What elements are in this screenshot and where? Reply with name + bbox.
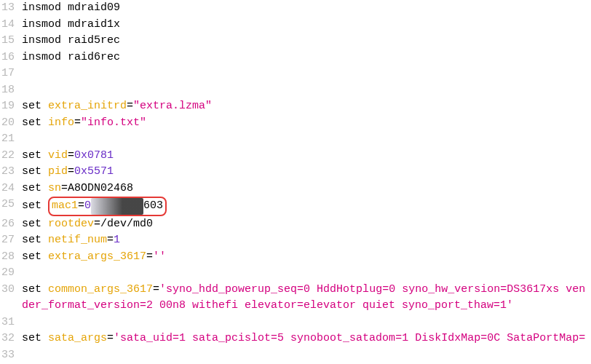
- code-line: 23 set pid=0x5571: [0, 164, 591, 181]
- code-line: 18: [0, 82, 591, 99]
- code-content: [22, 347, 591, 364]
- highlighted-mac-box: mac1=0XXXXXXXX603: [48, 197, 167, 216]
- line-number: 15: [0, 33, 22, 50]
- line-number: 16: [0, 50, 22, 66]
- code-content: set netif_num=1: [22, 232, 591, 249]
- code-line: 19 set extra_initrd="extra.lzma": [0, 98, 591, 115]
- code-line: 22 set vid=0x0781: [0, 148, 591, 165]
- code-line: 24 set sn=A8ODN02468: [0, 181, 591, 197]
- line-number: 32: [0, 331, 22, 347]
- code-line: 25 set mac1=0XXXXXXXX603: [0, 197, 591, 216]
- line-number: 23: [0, 164, 22, 181]
- code-content: [22, 66, 591, 82]
- code-content: set sata_args='sata_uid=1 sata_pcislot=5…: [22, 331, 591, 347]
- line-number: 14: [0, 17, 22, 33]
- code-line: 33: [0, 347, 591, 364]
- line-number: 24: [0, 181, 22, 197]
- code-content: set common_args_3617='syno_hdd_powerup_s…: [22, 282, 591, 314]
- code-line: 27 set netif_num=1: [0, 232, 591, 249]
- code-line: 16 insmod raid6rec: [0, 50, 591, 66]
- code-content: [22, 265, 591, 282]
- line-number: 17: [0, 66, 22, 82]
- line-number: 21: [0, 131, 22, 148]
- code-content: insmod raid5rec: [22, 33, 591, 50]
- code-line: 21: [0, 131, 591, 148]
- code-line: 14 insmod mdraid1x: [0, 17, 591, 33]
- code-content: [22, 314, 591, 331]
- code-line: 31: [0, 314, 591, 331]
- code-content: set sn=A8ODN02468: [22, 181, 591, 197]
- code-line: 32 set sata_args='sata_uid=1 sata_pcislo…: [0, 331, 591, 347]
- code-content: set mac1=0XXXXXXXX603: [22, 197, 591, 216]
- code-content: set extra_initrd="extra.lzma": [22, 98, 591, 115]
- code-line: 29: [0, 265, 591, 282]
- line-number: 19: [0, 98, 22, 115]
- redacted-mac: XXXXXXXX: [91, 198, 143, 215]
- code-line: 17: [0, 66, 591, 82]
- code-line: 30 set common_args_3617='syno_hdd_poweru…: [0, 282, 591, 314]
- code-content: insmod mdraid1x: [22, 17, 591, 33]
- code-content: [22, 82, 591, 99]
- code-line: 26 set rootdev=/dev/md0: [0, 216, 591, 233]
- line-number: 29: [0, 265, 22, 282]
- line-number: 25: [0, 197, 22, 213]
- line-number: 31: [0, 314, 22, 331]
- code-line: 15 insmod raid5rec: [0, 33, 591, 50]
- code-content: set rootdev=/dev/md0: [22, 216, 591, 233]
- line-number: 33: [0, 347, 22, 364]
- line-number: 30: [0, 282, 22, 298]
- code-line: 13 insmod mdraid09: [0, 0, 591, 17]
- code-content: set pid=0x5571: [22, 164, 591, 181]
- line-number: 27: [0, 232, 22, 249]
- code-content: set info="info.txt": [22, 115, 591, 132]
- code-content: set vid=0x0781: [22, 148, 591, 165]
- line-number: 26: [0, 216, 22, 233]
- line-number: 22: [0, 148, 22, 165]
- code-line: 20 set info="info.txt": [0, 115, 591, 132]
- line-number: 28: [0, 249, 22, 266]
- code-line: 28 set extra_args_3617='': [0, 249, 591, 266]
- line-number: 20: [0, 115, 22, 132]
- code-content: insmod mdraid09: [22, 0, 591, 17]
- line-number: 13: [0, 0, 22, 17]
- code-editor[interactable]: 13 insmod mdraid09 14 insmod mdraid1x 15…: [0, 0, 591, 364]
- code-content: insmod raid6rec: [22, 50, 591, 66]
- code-content: [22, 131, 591, 148]
- line-number: 18: [0, 82, 22, 99]
- code-content: set extra_args_3617='': [22, 249, 591, 266]
